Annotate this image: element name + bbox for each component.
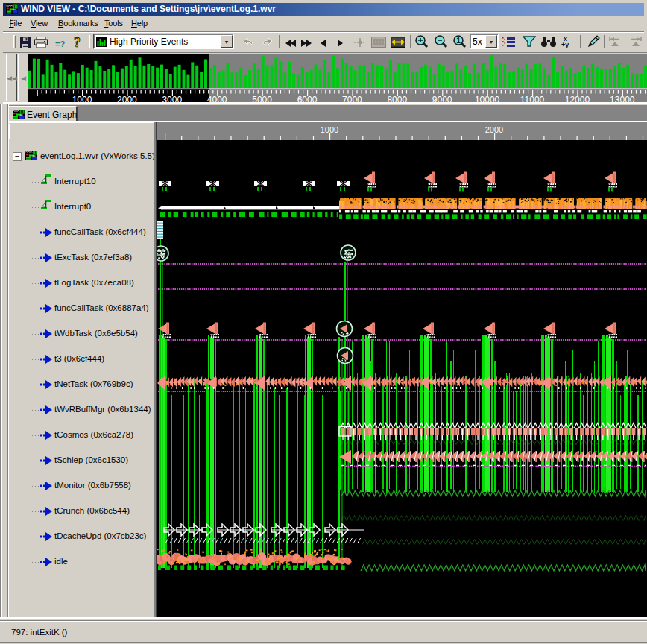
svg-text:+y: +y: [561, 41, 569, 48]
svg-text:?: ?: [74, 36, 81, 49]
svg-text:1: 1: [456, 37, 461, 45]
svg-text:=?: =?: [55, 40, 65, 48]
